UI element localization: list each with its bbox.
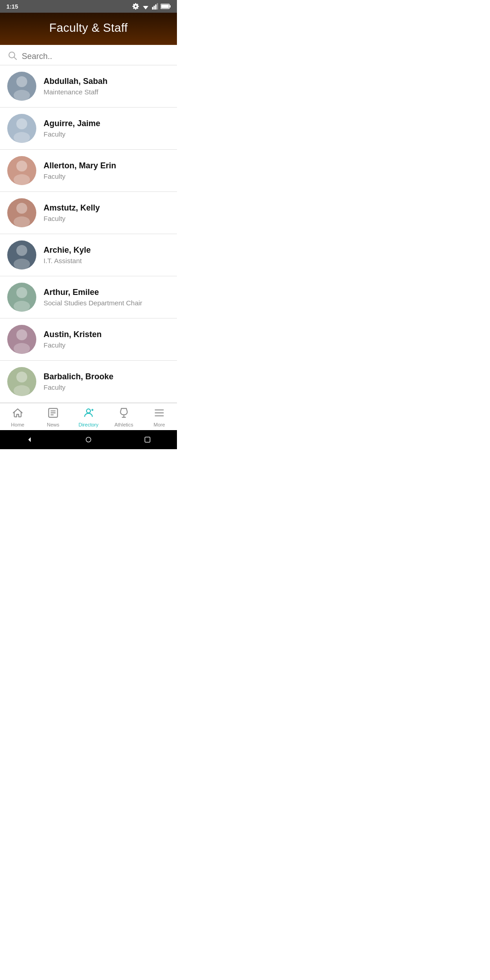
avatar [7, 325, 36, 354]
staff-role: Maintenance Staff [44, 88, 108, 96]
search-input[interactable] [22, 52, 170, 61]
svg-rect-39 [145, 437, 150, 442]
list-item[interactable]: Aguirre, JaimeFaculty [0, 108, 177, 150]
directory-icon [83, 407, 94, 421]
staff-name: Amstutz, Kelly [44, 203, 100, 213]
athletics-icon [118, 407, 130, 421]
nav-news[interactable]: News [39, 407, 67, 427]
battery-icon [161, 4, 171, 9]
home-button[interactable] [83, 435, 93, 445]
page-title: Faculty & Staff [49, 21, 127, 34]
search-icon [7, 50, 17, 62]
gear-icon [132, 3, 139, 10]
svg-rect-5 [157, 3, 158, 10]
avatar [7, 198, 36, 227]
staff-info: Barbalich, BrookeFaculty [44, 372, 113, 391]
svg-line-10 [14, 57, 16, 59]
svg-point-13 [16, 118, 27, 129]
svg-point-22 [14, 301, 30, 312]
svg-point-19 [16, 245, 27, 256]
svg-rect-7 [170, 5, 171, 7]
more-icon [153, 407, 165, 421]
svg-point-25 [16, 372, 27, 382]
staff-name: Barbalich, Brooke [44, 372, 113, 382]
page-header: Faculty & Staff [0, 13, 177, 45]
back-button[interactable] [24, 435, 34, 445]
nav-more[interactable]: More [146, 407, 173, 427]
svg-point-14 [14, 132, 30, 143]
staff-name: Allerton, Mary Erin [44, 161, 116, 171]
svg-rect-4 [155, 5, 157, 10]
staff-role: Social Studies Department Chair [44, 299, 142, 307]
nav-home[interactable]: Home [4, 407, 31, 427]
staff-name: Austin, Kristen [44, 330, 102, 339]
staff-role: I.T. Assistant [44, 257, 91, 265]
svg-rect-2 [152, 7, 153, 10]
news-icon [47, 407, 59, 421]
avatar [7, 283, 36, 312]
home-icon [12, 407, 24, 421]
svg-rect-3 [154, 6, 155, 10]
staff-name: Abdullah, Sabah [44, 77, 108, 86]
bottom-nav: HomeNewsDirectoryAthleticsMore [0, 403, 177, 430]
list-item[interactable]: Allerton, Mary ErinFaculty [0, 150, 177, 192]
nav-athletics[interactable]: Athletics [110, 407, 137, 427]
avatar [7, 156, 36, 185]
staff-name: Arthur, Emilee [44, 288, 142, 297]
system-bar [0, 430, 177, 449]
svg-point-31 [87, 409, 91, 413]
staff-info: Archie, KyleI.T. Assistant [44, 245, 91, 265]
list-item[interactable]: Archie, KyleI.T. Assistant [0, 234, 177, 276]
wifi-icon [142, 3, 150, 10]
avatar [7, 114, 36, 143]
status-icons [132, 3, 171, 10]
staff-info: Abdullah, SabahMaintenance Staff [44, 77, 108, 96]
svg-point-12 [14, 90, 30, 101]
nav-news-label: News [47, 422, 59, 427]
staff-info: Allerton, Mary ErinFaculty [44, 161, 116, 180]
staff-role: Faculty [44, 383, 113, 391]
list-item[interactable]: Amstutz, KellyFaculty [0, 192, 177, 234]
avatar [7, 72, 36, 101]
svg-point-15 [16, 161, 27, 172]
svg-marker-37 [28, 437, 30, 442]
svg-point-16 [14, 174, 30, 185]
nav-more-label: More [153, 422, 165, 427]
staff-list: Abdullah, SabahMaintenance Staff Aguirre… [0, 65, 177, 403]
svg-point-21 [16, 287, 27, 298]
list-item[interactable]: Arthur, EmileeSocial Studies Department … [0, 276, 177, 318]
avatar [7, 367, 36, 396]
nav-directory-label: Directory [78, 422, 98, 427]
svg-point-24 [14, 343, 30, 354]
svg-point-17 [16, 203, 27, 214]
nav-athletics-label: Athletics [114, 422, 133, 427]
svg-rect-8 [161, 5, 169, 8]
list-item[interactable]: Austin, KristenFaculty [0, 318, 177, 361]
staff-name: Aguirre, Jaime [44, 119, 100, 128]
status-bar: 1:15 [0, 0, 177, 13]
signal-icon [152, 3, 158, 10]
svg-point-26 [14, 385, 30, 396]
staff-name: Archie, Kyle [44, 245, 91, 255]
staff-info: Arthur, EmileeSocial Studies Department … [44, 288, 142, 307]
staff-role: Faculty [44, 341, 102, 349]
staff-role: Faculty [44, 215, 100, 222]
recents-button[interactable] [142, 435, 152, 445]
nav-home-label: Home [11, 422, 24, 427]
svg-point-20 [14, 259, 30, 270]
avatar [7, 240, 36, 270]
svg-point-38 [86, 437, 91, 442]
staff-info: Aguirre, JaimeFaculty [44, 119, 100, 138]
nav-directory[interactable]: Directory [75, 407, 102, 427]
staff-info: Amstutz, KellyFaculty [44, 203, 100, 222]
list-item[interactable]: Abdullah, SabahMaintenance Staff [0, 65, 177, 108]
svg-point-23 [16, 329, 27, 340]
staff-role: Faculty [44, 172, 116, 180]
staff-info: Austin, KristenFaculty [44, 330, 102, 349]
svg-point-11 [16, 76, 27, 87]
staff-role: Faculty [44, 130, 100, 138]
search-bar[interactable] [0, 45, 177, 65]
svg-point-18 [14, 216, 30, 227]
status-time: 1:15 [6, 3, 18, 10]
list-item[interactable]: Barbalich, BrookeFaculty [0, 361, 177, 403]
